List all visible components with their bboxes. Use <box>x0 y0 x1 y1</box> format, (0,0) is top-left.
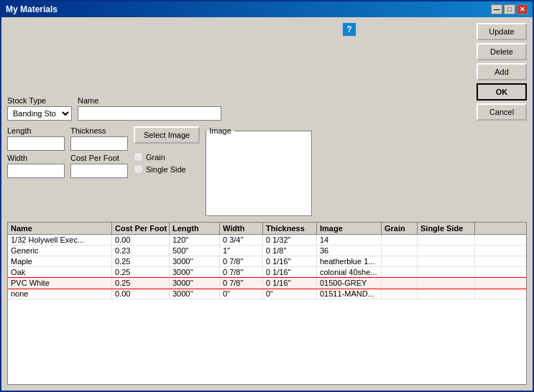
table-cell: 500" <box>170 246 220 256</box>
table-cell: colonial 40she... <box>317 267 382 277</box>
table-cell: 0 7/8" <box>220 278 263 288</box>
table-cell: 0 1/32" <box>263 235 317 245</box>
close-button[interactable]: ✕ <box>517 4 528 14</box>
thickness-input[interactable] <box>70 136 128 151</box>
table-cell <box>418 278 475 288</box>
table-cell <box>382 289 418 299</box>
maximize-button[interactable]: □ <box>504 4 515 14</box>
col-header-length: Length <box>170 223 220 234</box>
left-fields: Length Thickness Width Cost Per Foot <box>7 126 128 178</box>
width-input[interactable] <box>7 164 65 178</box>
stock-type-group: Stock Type Banding Sto <box>7 96 72 121</box>
single-side-checkbox[interactable] <box>134 164 143 174</box>
minimize-button[interactable]: — <box>491 4 502 14</box>
length-input[interactable] <box>7 136 65 151</box>
table-cell <box>382 235 418 245</box>
table-cell <box>418 267 475 277</box>
col-header-image: Image <box>317 223 382 234</box>
table-row[interactable]: PVC White0.253000"0 7/8"0 1/16"01500-GRE… <box>8 278 526 289</box>
ok-button[interactable]: OK <box>477 83 527 101</box>
table-cell: 0.23 <box>112 246 170 256</box>
table-row[interactable]: Generic0.23500"1"0 1/8"36 <box>8 246 526 256</box>
select-image-button[interactable]: Select Image <box>134 126 200 144</box>
image-container: Image <box>206 126 312 216</box>
name-group: Name <box>78 96 221 121</box>
stock-type-label: Stock Type <box>7 96 72 105</box>
table-cell: 0 1/8" <box>263 246 317 256</box>
table-area: Name Cost Per Foot Length Width Thicknes… <box>7 222 527 385</box>
table-cell: 3000" <box>170 289 220 299</box>
table-cell: 01500-GREY <box>317 278 382 288</box>
title-bar: My Materials — □ ✕ <box>1 1 533 17</box>
name-label: Name <box>78 96 221 105</box>
stock-type-select[interactable]: Banding Sto <box>7 106 72 121</box>
add-button[interactable]: Add <box>477 63 527 80</box>
cost-per-foot-input[interactable] <box>70 164 128 178</box>
table-cell <box>418 235 475 245</box>
length-label: Length <box>7 126 65 135</box>
grain-checkbox-row: Grain <box>134 152 186 162</box>
col-header-grain: Grain <box>382 223 418 234</box>
table-cell: 0 1/16" <box>263 256 317 266</box>
table-cell <box>382 246 418 256</box>
right-buttons: Update Delete Add OK Cancel <box>477 23 527 121</box>
table-row[interactable]: 1/32 Holywell Exec...0.00120"0 3/4"0 1/3… <box>8 235 526 246</box>
table-cell: Maple <box>8 256 112 266</box>
table-cell: 120" <box>170 235 220 245</box>
table-cell: 3000" <box>170 267 220 277</box>
window-body: Stock Type Banding Sto Name ? Update Del… <box>1 17 533 391</box>
table-cell: none <box>8 289 112 299</box>
table-cell: 0 7/8" <box>220 256 263 266</box>
image-fieldset: Image <box>206 126 312 216</box>
col-header-thickness: Thickness <box>263 223 317 234</box>
cancel-button[interactable]: Cancel <box>477 103 527 121</box>
window-title: My Materials <box>6 4 57 14</box>
title-bar-controls: — □ ✕ <box>491 4 528 14</box>
table-cell: 0 1/16" <box>263 267 317 277</box>
single-side-label: Single Side <box>146 165 186 174</box>
table-cell: 1" <box>220 246 263 256</box>
form-second-row: Length Thickness Width Cost Per Foot <box>7 126 527 216</box>
update-button[interactable]: Update <box>477 23 527 40</box>
table-cell: heatherblue 1... <box>317 256 382 266</box>
width-group: Width <box>7 154 65 178</box>
table-cell: 0 7/8" <box>220 267 263 277</box>
table-row[interactable]: none0.003000"0"0"01511-MAND... <box>8 289 526 299</box>
table-cell <box>418 246 475 256</box>
table-cell <box>418 256 475 266</box>
cost-per-foot-label: Cost Per Foot <box>70 154 128 162</box>
table-cell <box>382 267 418 277</box>
table-cell: Generic <box>8 246 112 256</box>
form-top-row: Stock Type Banding Sto Name ? Update Del… <box>7 23 527 121</box>
thickness-group: Thickness <box>70 126 128 151</box>
width-label: Width <box>7 154 65 162</box>
table-row[interactable]: Oak0.253000"0 7/8"0 1/16"colonial 40she.… <box>8 267 526 278</box>
main-window: My Materials — □ ✕ Stock Type Banding St… <box>0 0 534 392</box>
table-cell: 0" <box>263 289 317 299</box>
col-header-singleside: Single Side <box>418 223 475 234</box>
grain-checkbox[interactable] <box>134 152 143 162</box>
table-cell: PVC White <box>8 278 112 288</box>
table-cell: Oak <box>8 267 112 277</box>
col-header-cost: Cost Per Foot <box>112 223 170 234</box>
table-row[interactable]: Maple0.253000"0 7/8"0 1/16"heatherblue 1… <box>8 256 526 267</box>
col-header-width: Width <box>220 223 263 234</box>
delete-button[interactable]: Delete <box>477 43 527 60</box>
table-cell: 3000" <box>170 256 220 266</box>
length-group: Length <box>7 126 65 151</box>
image-legend: Image <box>206 126 234 135</box>
table-cell: 1/32 Holywell Exec... <box>8 235 112 245</box>
table-cell: 3000" <box>170 278 220 288</box>
width-cost-row: Width Cost Per Foot <box>7 154 128 178</box>
help-icon[interactable]: ? <box>343 23 356 36</box>
table-body: 1/32 Holywell Exec...0.00120"0 3/4"0 1/3… <box>8 235 526 381</box>
name-input[interactable] <box>78 106 221 121</box>
table-cell: 14 <box>317 235 382 245</box>
checkboxes: Grain Single Side <box>134 152 186 174</box>
table-cell: 0.00 <box>112 289 170 299</box>
length-thickness-row: Length Thickness <box>7 126 128 151</box>
single-side-checkbox-row: Single Side <box>134 164 186 174</box>
table-cell: 0 3/4" <box>220 235 263 245</box>
col-header-name: Name <box>8 223 112 234</box>
table-cell <box>382 256 418 266</box>
